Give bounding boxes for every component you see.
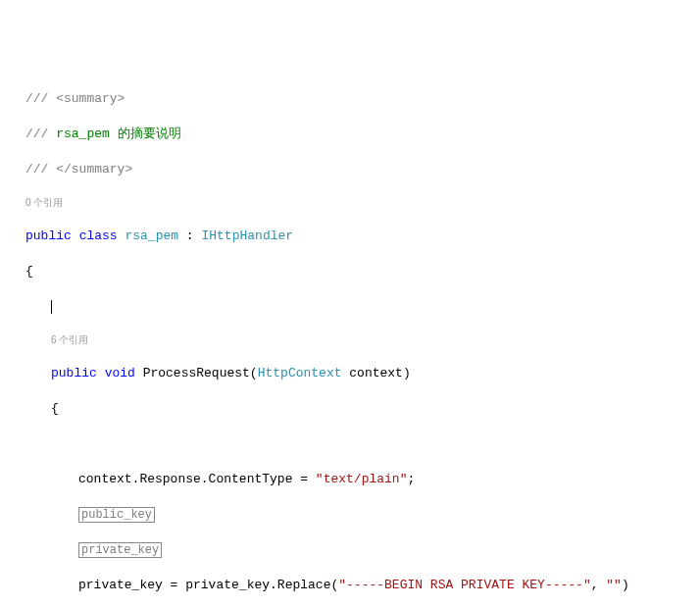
collapsed-tag[interactable]: private_key: [0, 541, 700, 559]
text-cursor-icon: [51, 300, 52, 314]
collapsed-tag[interactable]: public_key: [0, 506, 700, 524]
xml-summary-slash: ///: [25, 127, 56, 141]
stmt: context.Response.ContentType = "text/pla…: [0, 471, 700, 488]
stmt: private_key = private_key.Replace("-----…: [0, 577, 700, 594]
brace: {: [0, 400, 700, 418]
brace: {: [0, 263, 700, 280]
cursor-line[interactable]: [0, 298, 700, 316]
method-declaration: public void ProcessRequest(HttpContext c…: [0, 365, 700, 382]
class-declaration: public class rsa_pem : IHttpHandler: [0, 228, 700, 245]
codelens-class[interactable]: 0 个引用: [0, 196, 700, 210]
tag-private-key[interactable]: private_key: [78, 542, 162, 558]
tag-public-key[interactable]: public_key: [78, 507, 155, 523]
xml-summary-close: /// </summary>: [25, 162, 132, 177]
codelens-method[interactable]: 6 个引用: [0, 333, 700, 347]
xml-summary-open: /// <summary>: [25, 91, 125, 106]
code-editor[interactable]: /// <summary> /// /// rsa_pem 的摘要说明rsa_p…: [0, 71, 700, 608]
